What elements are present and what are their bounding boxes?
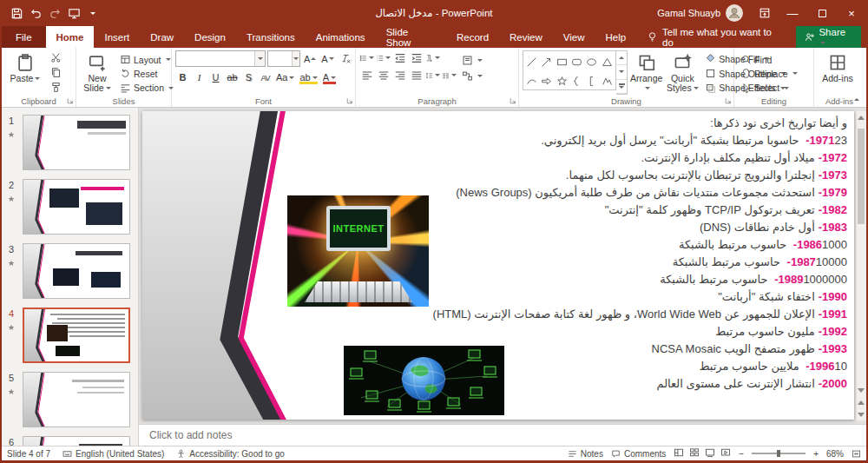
zoom-out-button[interactable]: − (739, 449, 744, 459)
reset-button[interactable]: Reset (117, 67, 176, 80)
scroll-down-icon[interactable] (856, 384, 866, 396)
comments-toggle[interactable]: Comments (611, 449, 666, 459)
tell-me-box[interactable]: Tell me what you want to do (636, 26, 795, 48)
scrollbar-track[interactable] (856, 123, 866, 384)
shapes-gallery-scroll[interactable] (616, 50, 628, 95)
animation-star-icon[interactable] (8, 319, 15, 334)
shape-block-arrow-icon[interactable] (539, 71, 554, 90)
character-spacing-button[interactable]: AV (258, 69, 273, 85)
tab-home[interactable]: Home (46, 26, 95, 48)
thumbnail-item-2[interactable]: 2 (3, 179, 135, 235)
columns-button[interactable] (442, 68, 457, 83)
start-slideshow-icon[interactable] (66, 4, 82, 22)
animation-star-icon[interactable] (8, 255, 15, 270)
slide-sorter-view-button[interactable] (689, 447, 700, 460)
shrink-font-button[interactable]: A (319, 51, 335, 67)
tab-draw[interactable]: Draw (140, 26, 184, 48)
shape-curve-icon[interactable] (524, 71, 539, 90)
vertical-scrollbar[interactable] (855, 111, 866, 420)
font-name-input[interactable] (176, 51, 254, 66)
notes-toggle[interactable]: Notes (568, 449, 603, 459)
italic-button[interactable]: I (192, 69, 207, 85)
strikethrough-button[interactable]: ab (225, 69, 240, 85)
slide-indicator[interactable]: Slide 4 of 7 (7, 449, 50, 459)
gallery-more-icon[interactable] (616, 80, 627, 94)
copy-button[interactable] (48, 65, 64, 79)
font-size-input[interactable] (268, 51, 292, 66)
ribbon-display-options-icon[interactable] (752, 0, 778, 26)
shapes-gallery[interactable] (523, 50, 616, 90)
slide-thumbnail[interactable] (23, 243, 130, 299)
scroll-up-icon[interactable] (856, 111, 866, 123)
font-dialog-launcher[interactable] (346, 96, 353, 106)
text-shadow-button[interactable]: S (241, 69, 256, 85)
previous-slide-button[interactable] (856, 396, 866, 408)
cut-button[interactable] (48, 50, 64, 64)
paragraph-dialog-launcher[interactable] (510, 96, 516, 106)
format-painter-button[interactable] (48, 81, 64, 95)
highlight-color-button[interactable]: ab (298, 69, 319, 85)
slide-thumbnail[interactable] (23, 436, 130, 446)
undo-icon[interactable] (28, 4, 43, 22)
current-slide[interactable]: INTERNET (142, 111, 854, 420)
close-button[interactable]: × (837, 0, 866, 26)
align-right-button[interactable] (392, 68, 407, 83)
underline-button[interactable]: U (208, 69, 223, 85)
gallery-up-icon[interactable] (616, 51, 627, 65)
change-case-button[interactable]: Aa (274, 69, 296, 85)
zoom-slider-knob[interactable] (777, 450, 780, 457)
bold-button[interactable]: B (175, 69, 190, 85)
font-name-combo[interactable] (175, 50, 266, 67)
shape-triangle-icon[interactable] (600, 52, 615, 71)
animation-star-icon[interactable] (8, 383, 15, 399)
thumbnail-item-6[interactable]: 6 (3, 436, 135, 446)
fit-to-window-button[interactable] (852, 449, 861, 459)
arrange-button[interactable]: Arrange (630, 50, 662, 95)
share-button[interactable]: Share (796, 24, 862, 50)
customize-qat-icon[interactable] (85, 4, 101, 22)
zoom-slider[interactable] (752, 453, 806, 454)
shape-freeform-icon[interactable] (600, 71, 615, 90)
tab-slideshow[interactable]: Slide Show (376, 26, 446, 48)
numbering-button[interactable] (376, 50, 391, 65)
notes-pane[interactable]: Click to add notes (139, 424, 866, 446)
tab-file[interactable]: File (2, 26, 46, 48)
increase-indent-button[interactable] (409, 50, 424, 65)
decrease-indent-button[interactable] (392, 50, 407, 65)
convert-to-smartart-button[interactable] (459, 69, 485, 83)
shape-oval-icon[interactable] (584, 52, 599, 71)
new-slide-button[interactable]: New Slide (80, 50, 115, 95)
slide-thumbnail-panel[interactable]: 1 2 3 (2, 108, 139, 446)
shape-star-icon[interactable] (555, 71, 569, 90)
text-direction-button[interactable] (425, 50, 440, 65)
drawing-dialog-launcher[interactable] (725, 96, 732, 106)
accessibility-checker[interactable]: Accessibility: Good to go (176, 449, 285, 459)
language-indicator[interactable]: English (United States) (62, 449, 164, 459)
thumbnail-item-3[interactable]: 3 (3, 243, 135, 299)
collapse-ribbon-icon[interactable] (851, 94, 863, 104)
line-spacing-button[interactable] (425, 68, 440, 83)
save-icon[interactable] (9, 4, 24, 22)
align-text-button[interactable] (459, 53, 485, 68)
scrollbar-thumb[interactable] (858, 129, 865, 224)
slideshow-view-button[interactable] (720, 447, 731, 460)
minimize-button[interactable]: — (778, 0, 807, 26)
tab-animations[interactable]: Animations (306, 26, 376, 48)
shape-arrow-icon[interactable] (539, 52, 554, 71)
notes-placeholder[interactable]: Click to add notes (149, 429, 232, 441)
tab-view[interactable]: View (553, 26, 595, 48)
animation-star-icon[interactable] (8, 190, 15, 206)
shape-rounded-rect-icon[interactable] (569, 52, 584, 71)
select-button[interactable]: Select (738, 82, 800, 95)
thumbnail-item-1[interactable]: 1 (3, 115, 135, 170)
timeline-text-box[interactable]: و أيضا تواريخ اخرى نود ذكرها: -197123 حا… (326, 115, 847, 393)
maximize-button[interactable] (807, 0, 837, 26)
slide-thumbnail-selected[interactable] (23, 308, 130, 363)
font-size-dropdown-icon[interactable] (292, 51, 299, 66)
tab-help[interactable]: Help (595, 26, 636, 48)
clear-formatting-button[interactable] (338, 51, 352, 67)
slide-thumbnail[interactable] (23, 179, 130, 235)
addins-button[interactable]: Add-ins (818, 50, 858, 95)
tab-record[interactable]: Record (446, 26, 499, 48)
zoom-in-button[interactable]: + (813, 449, 819, 459)
